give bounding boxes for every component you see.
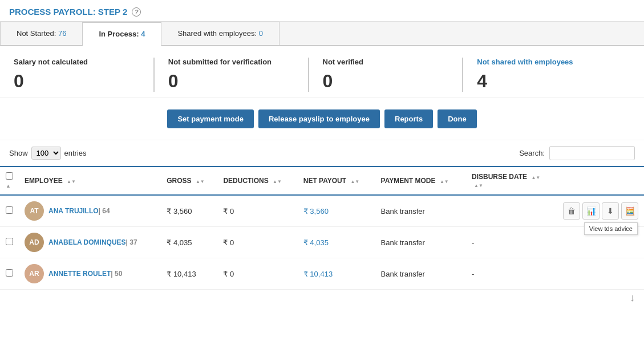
summary-section: Salary not calculated 0 Not submitted fo… [0, 46, 644, 98]
summary-value: 0 [14, 71, 140, 92]
tabs-bar: Not Started: 76In Process: 4Shared with … [0, 22, 644, 46]
row-actions: 🗑 📊 ⬇ 🧮 View tds advice [563, 202, 638, 220]
search-input[interactable] [549, 146, 635, 160]
summary-label: Not verified [323, 58, 449, 66]
header-disburse-date[interactable]: DISBURSE DATE ▲▼ ▲▼ [466, 167, 557, 195]
delete-icon[interactable]: 🗑 [563, 202, 580, 220]
view-icon[interactable]: 📊 [582, 202, 600, 220]
show-entries-control: Show 102550100 entries [9, 147, 87, 160]
row-checkbox[interactable] [6, 206, 13, 214]
sort-gross-icon: ▲▼ [196, 180, 205, 184]
employee-id: | 37 [126, 238, 137, 246]
table-controls: Show 102550100 entries Search: [0, 140, 644, 166]
header-gross[interactable]: GROSS ▲▼ [161, 167, 217, 195]
action-buttons: Set payment modeRelease payslip to emplo… [0, 98, 644, 140]
row-net-payout: ₹ 4,035 [298, 227, 375, 258]
row-actions-cell [557, 258, 644, 290]
row-payment-mode: Bank transfer [375, 195, 466, 227]
summary-item-not-verified: Not verified 0 [323, 58, 464, 92]
row-disburse-date: - [466, 258, 557, 290]
row-employee: AD ANABELA DOMINQUES| 37 [19, 227, 161, 258]
sort-disburse-icon: ▲▼ [531, 176, 540, 180]
search-box: Search: [519, 146, 635, 160]
row-deductions: ₹ 0 [217, 227, 297, 258]
entries-select[interactable]: 102550100 [31, 147, 61, 160]
tab-label: Not Started: [17, 29, 58, 38]
header-employee[interactable]: EMPLOYEE ▲▼ [19, 167, 161, 195]
show-label: Show [9, 149, 28, 157]
row-gross: ₹ 4,035 [161, 227, 217, 258]
summary-item-salary-not-calc: Salary not calculated 0 [14, 58, 155, 92]
row-checkbox-cell [0, 195, 19, 227]
employee-name[interactable]: ANA TRUJILLO| 64 [48, 207, 110, 215]
row-checkbox-cell [0, 227, 19, 258]
row-actions-cell: 🗑 📊 ⬇ 🧮 View tds advice [557, 195, 644, 227]
row-disburse-date: - [466, 227, 557, 258]
sort-net-payout-icon: ▲▼ [350, 180, 359, 184]
select-all-checkbox[interactable] [6, 172, 13, 180]
tab-shared[interactable]: Shared with employees: 0 [161, 22, 280, 45]
row-net-payout: ₹ 3,560 [298, 195, 375, 227]
row-payment-mode: Bank transfer [375, 258, 466, 290]
header-deductions[interactable]: DEDUCTIONS ▲▼ [217, 167, 297, 195]
release-payslip-button[interactable]: Release payslip to employee [258, 109, 380, 128]
search-label: Search: [519, 149, 545, 157]
employee-name[interactable]: ANABELA DOMINQUES| 37 [48, 238, 137, 246]
tab-label: Shared with employees: [177, 29, 258, 38]
table-header-row: ▲ EMPLOYEE ▲▼ GROSS ▲▼ DEDUCTIONS ▲▼ NET… [0, 167, 644, 195]
page-title: PROCESS PAYROLL: STEP 2 [9, 7, 127, 17]
header-actions [557, 167, 644, 195]
row-deductions: ₹ 0 [217, 195, 297, 227]
row-checkbox-cell [0, 258, 19, 290]
sort-disburse-icon2: ▲▼ [474, 184, 483, 188]
employee-id: | 50 [111, 270, 122, 278]
sort-employee-icon: ▲▼ [67, 180, 76, 184]
table-row: AD ANABELA DOMINQUES| 37 ₹ 4,035 ₹ 0 ₹ 4… [0, 227, 644, 258]
reports-button[interactable]: Reports [384, 109, 433, 128]
sort-deductions-icon: ▲▼ [273, 180, 282, 184]
download-icon[interactable]: ⬇ [602, 202, 619, 220]
done-button[interactable]: Done [438, 109, 477, 128]
header-payment-mode[interactable]: PAYMENT MODE ▲▼ [375, 167, 466, 195]
row-gross: ₹ 10,413 [161, 258, 217, 290]
tab-count: 76 [58, 29, 66, 38]
page-title-bar: PROCESS PAYROLL: STEP 2 ? [0, 0, 644, 22]
employee-avatar: AR [25, 264, 44, 283]
header-checkbox-cell: ▲ [0, 167, 19, 195]
summary-value: 0 [323, 71, 449, 92]
table-row: AR ANNETTE ROULET| 50 ₹ 10,413 ₹ 0 ₹ 10,… [0, 258, 644, 290]
summary-label[interactable]: Not shared with employees [477, 58, 603, 66]
tab-label: In Process: [99, 30, 141, 38]
employee-avatar: AT [25, 201, 44, 221]
tab-count: 0 [259, 29, 263, 38]
row-net-payout: ₹ 10,413 [298, 258, 375, 290]
calculator-icon[interactable]: 🧮 View tds advice [621, 202, 638, 220]
summary-label: Not submitted for verification [168, 58, 294, 66]
row-deductions: ₹ 0 [217, 258, 297, 290]
row-employee: AT ANA TRUJILLO| 64 [19, 195, 161, 227]
employee-name[interactable]: ANNETTE ROULET| 50 [48, 270, 122, 278]
row-payment-mode: Bank transfer [375, 227, 466, 258]
summary-value: 4 [477, 71, 603, 92]
employee-table: ▲ EMPLOYEE ▲▼ GROSS ▲▼ DEDUCTIONS ▲▼ NET… [0, 166, 644, 290]
help-icon[interactable]: ? [132, 7, 141, 17]
summary-label: Salary not calculated [14, 58, 140, 66]
row-employee: AR ANNETTE ROULET| 50 [19, 258, 161, 290]
row-checkbox[interactable] [6, 238, 13, 245]
row-disburse-date [466, 195, 557, 227]
employee-id: | 64 [99, 207, 110, 215]
scroll-indicator: ↓ [0, 290, 644, 306]
tooltip-view-tds: View tds advice [584, 222, 638, 235]
tab-not-started[interactable]: Not Started: 76 [0, 22, 83, 45]
summary-item-not-submitted: Not submitted for verification 0 [168, 58, 309, 92]
sort-payment-mode-icon: ▲▼ [440, 180, 449, 184]
set-payment-mode-button[interactable]: Set payment mode [167, 109, 254, 128]
row-checkbox[interactable] [6, 269, 13, 277]
summary-value: 0 [168, 71, 294, 92]
employee-avatar: AD [25, 233, 44, 252]
tab-count: 4 [141, 30, 145, 38]
tab-in-process[interactable]: In Process: 4 [83, 22, 161, 46]
summary-item-not-shared: Not shared with employees 4 [477, 58, 617, 92]
table-body: AT ANA TRUJILLO| 64 ₹ 3,560 ₹ 0 ₹ 3,560 … [0, 195, 644, 290]
header-net-payout[interactable]: NET PAYOUT ▲▼ [298, 167, 375, 195]
